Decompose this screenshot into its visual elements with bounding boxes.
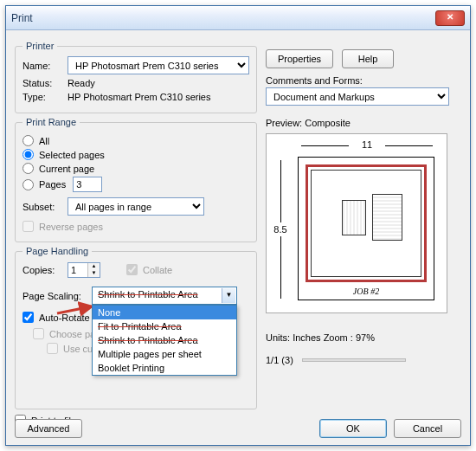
printer-legend: Printer xyxy=(23,41,57,51)
spin-down-icon[interactable]: ▼ xyxy=(87,270,100,277)
range-current-label: Current page xyxy=(39,164,94,174)
pages-input[interactable] xyxy=(73,177,102,192)
page-handling-group: Page Handling Copies: ▲▼ Collate xyxy=(15,246,257,409)
close-button[interactable]: ✕ xyxy=(435,10,465,26)
range-selected-label: Selected pages xyxy=(39,150,105,160)
range-selected-radio[interactable] xyxy=(23,149,34,160)
range-all-radio[interactable] xyxy=(23,135,34,146)
scaling-option-shrink[interactable]: Shrink to Printable Area xyxy=(93,333,236,347)
range-all-label: All xyxy=(39,136,49,146)
dim-width: 11 xyxy=(362,139,372,150)
scaling-option-booklet[interactable]: Booklet Printing xyxy=(93,361,236,375)
svg-line-0 xyxy=(57,306,92,313)
name-label: Name: xyxy=(23,61,68,71)
window-title: Print xyxy=(11,12,33,24)
copies-label: Copies: xyxy=(23,265,68,275)
help-button[interactable]: Help xyxy=(342,49,394,68)
dim-height: 8.5 xyxy=(273,222,286,236)
choose-paper-checkbox xyxy=(33,328,44,339)
print-range-group: Print Range All Selected pages Current p… xyxy=(15,117,257,242)
page-scaling-select[interactable]: Shrink to Printable Area ▼ xyxy=(92,287,237,305)
page-counter: 1/1 (3) xyxy=(266,355,293,365)
scaling-option-none[interactable]: None xyxy=(93,306,236,319)
spin-up-icon[interactable]: ▲ xyxy=(87,263,100,270)
chevron-down-icon[interactable]: ▼ xyxy=(222,288,235,303)
subset-select[interactable]: All pages in range xyxy=(68,197,204,216)
preview-slider[interactable] xyxy=(302,358,406,362)
cancel-button[interactable]: Cancel xyxy=(394,419,461,438)
range-pages-radio[interactable] xyxy=(23,179,34,190)
type-label: Type: xyxy=(23,92,68,102)
custom-paper-checkbox xyxy=(47,343,58,354)
preview-box: 11 8.5 JOB #2 xyxy=(266,133,447,313)
copies-spinner[interactable]: ▲▼ xyxy=(68,262,100,278)
preview-page: JOB #2 xyxy=(298,157,434,300)
comments-label: Comments and Forms: xyxy=(266,75,461,86)
job-label: JOB #2 xyxy=(299,287,434,296)
ok-button[interactable]: OK xyxy=(319,419,387,438)
scaling-selected-text: Shrink to Printable Area xyxy=(98,289,198,300)
range-legend: Print Range xyxy=(23,117,80,127)
comments-select[interactable]: Document and Markups xyxy=(266,87,449,106)
subset-label: Subset: xyxy=(23,202,68,212)
printer-group: Printer Name: HP Photosmart Prem C310 se… xyxy=(15,41,257,113)
advanced-button[interactable]: Advanced xyxy=(15,419,82,438)
status-label: Status: xyxy=(23,78,68,88)
scaling-label: Page Scaling: xyxy=(23,291,92,301)
auto-rotate-checkbox[interactable] xyxy=(23,312,34,323)
reverse-pages-checkbox xyxy=(23,221,34,232)
units-zoom: Units: Inches Zoom : 97% xyxy=(266,332,461,343)
collate-checkbox xyxy=(126,264,138,275)
copies-input[interactable] xyxy=(68,264,87,276)
printer-name-select[interactable]: HP Photosmart Prem C310 series xyxy=(68,56,249,74)
page-scaling-dropdown[interactable]: None Fit to Printable Area Shrink to Pri… xyxy=(92,305,237,376)
properties-button[interactable]: Properties xyxy=(266,49,333,68)
preview-label: Preview: Composite xyxy=(266,118,461,128)
collate-label: Collate xyxy=(143,265,172,275)
reverse-pages-label: Reverse pages xyxy=(39,222,103,232)
titlebar: Print ✕ xyxy=(6,6,470,30)
scaling-option-fit[interactable]: Fit to Printable Area xyxy=(93,319,236,333)
scaling-option-multiple[interactable]: Multiple pages per sheet xyxy=(93,347,236,361)
range-pages-label: Pages xyxy=(39,179,66,190)
floor-plan xyxy=(306,164,427,282)
type-value: HP Photosmart Prem C310 series xyxy=(68,92,210,102)
status-value: Ready xyxy=(68,78,95,88)
range-current-radio[interactable] xyxy=(23,163,34,174)
print-dialog: Print ✕ Printer Name: HP Photosmart Prem… xyxy=(5,5,471,446)
handling-legend: Page Handling xyxy=(23,246,92,256)
